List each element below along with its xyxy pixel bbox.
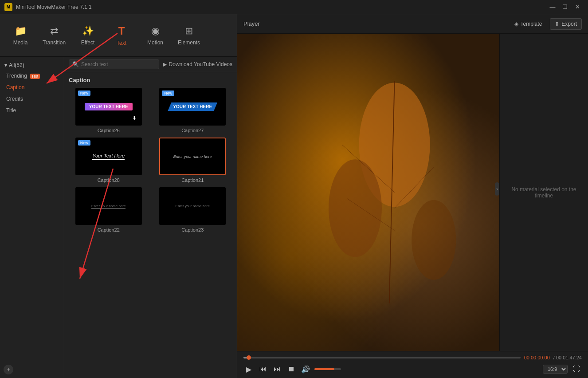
stop-button[interactable]: ⏹ [286,364,297,374]
volume-slider[interactable] [314,368,341,370]
caption-name-22: Caption22 [98,227,120,232]
toolbar-elements[interactable]: ⊞ Elements [173,18,205,53]
sidebar: ▾ All(52) Trending Hot Caption Credits T… [0,57,64,378]
export-button[interactable]: ⬆ Export [550,18,582,30]
caption-thumb-22[interactable]: Enter your name here [75,187,142,225]
close-button[interactable]: ✕ [571,1,584,13]
skip-back-button[interactable]: ⏮ [258,364,268,374]
caption-thumb-26[interactable]: New YOUR TEXT HERE ⬇ [75,88,142,126]
text-icon: T [118,25,125,37]
app-title: MiniTool MovieMaker Free 7.1.1 [16,4,546,10]
toolbar-effect[interactable]: ✨ Effect [72,18,104,53]
fullscreen-button[interactable]: ⛶ [571,364,582,374]
player-header: Player ◈ Template ⬆ Export [237,14,588,34]
time-total: / 00:01:47.24 [553,355,582,360]
caption-card-26[interactable]: New YOUR TEXT HERE ⬇ Caption26 [69,88,149,133]
minimize-button[interactable]: — [546,1,559,13]
media-icon: 📁 [15,25,27,37]
sidebar-credits-label: Credits [6,96,23,102]
caption-name-23: Caption23 [181,227,204,232]
caption-card-22[interactable]: Enter your name here Caption22 [69,187,149,232]
sidebar-item-trending[interactable]: Trending Hot [0,70,64,82]
panel-content: Caption New YOUR TEXT HERE ⬇ Caption26 [64,72,237,378]
new-badge-27: New [162,91,174,96]
app-icon: M [4,3,12,11]
elements-icon: ⊞ [185,25,193,37]
volume-fill [314,368,334,370]
new-badge-26: New [78,91,90,96]
main-layout: 📁 Media ⇄ Transition ✨ Effect T Text ◉ M… [0,14,588,378]
chevron-down-icon: ▾ [4,62,7,68]
progress-bar-container: 00:00:00.00 / 00:01:47.24 [243,355,582,360]
panel-toolbar: 🔍 ▶ Download YouTube Videos [64,57,237,72]
toolbar-media-label: Media [13,39,28,46]
panel-collapse-btn[interactable]: › [495,182,499,196]
svg-point-1 [329,159,382,257]
caption-name-28: Caption28 [98,177,120,183]
youtube-icon: ▶ [163,61,167,67]
caption-thumb-27[interactable]: New YOUR TEXT HERE [159,88,226,126]
toolbar-motion[interactable]: ◉ Motion [139,18,171,53]
toolbar-transition[interactable]: ⇄ Transition [38,18,70,53]
sidebar-item-title[interactable]: Title [0,105,64,116]
volume-button[interactable]: 🔊 [300,364,311,374]
toolbar-transition-label: Transition [43,39,66,46]
progress-bar[interactable] [243,357,521,358]
video-preview-svg [237,34,499,351]
left-panel: 📁 Media ⇄ Transition ✨ Effect T Text ◉ M… [0,14,237,378]
progress-dot [247,355,251,360]
sidebar-trending-label: Trending [6,73,27,79]
export-label: Export [561,21,577,27]
play-button[interactable]: ▶ [243,364,254,374]
time-current: 00:00:00.00 [524,355,550,360]
toolbar-elements-label: Elements [178,39,200,46]
cap23-text: Enter your name here [176,204,210,208]
caption-card-28[interactable]: New Your Text Here Caption28 [69,138,149,183]
effect-icon: ✨ [82,25,94,37]
caption-card-23[interactable]: Enter your name here Caption23 [153,187,233,232]
toolbar-text-label: Text [117,40,126,46]
sidebar-caption-label: Caption [6,84,24,91]
toolbar-motion-label: Motion [147,39,163,46]
sidebar-all-label: All(52) [9,62,24,68]
download-youtube-label: Download YouTube Videos [169,61,232,67]
cap22-text: Enter your name here [91,204,125,209]
download-icon-26[interactable]: ⬇ [129,113,139,123]
download-youtube-button[interactable]: ▶ Download YouTube Videos [163,61,232,67]
no-material-text: No material selected on the timeline [504,186,584,199]
toolbar-text[interactable]: T Text [106,18,137,53]
control-buttons: ▶ ⏮ ⏭ ⏹ 🔊 16:9 9:16 1:1 4:3 ⛶ [243,364,582,374]
search-icon: 🔍 [72,61,79,67]
player-controls: 00:00:00.00 / 00:01:47.24 ▶ ⏮ ⏭ ⏹ 🔊 16:9… [237,351,588,378]
search-box[interactable]: 🔍 [69,59,159,69]
caption-name-21: Caption21 [181,177,204,183]
sidebar-item-caption[interactable]: Caption [0,82,64,93]
sidebar-all-section[interactable]: ▾ All(52) [0,60,64,70]
toolbar-media[interactable]: 📁 Media [4,18,36,53]
caption-section-title: Caption [69,77,232,83]
video-area [237,34,499,351]
caption-name-27: Caption27 [181,128,204,133]
maximize-button[interactable]: ☐ [559,1,571,13]
right-panel: Player ◈ Template ⬆ Export [237,14,588,378]
titlebar: M MiniTool MovieMaker Free 7.1.1 — ☐ ✕ [0,0,588,14]
cap27-text: YOUR TEXT HERE [168,102,217,111]
skip-forward-button[interactable]: ⏭ [272,364,282,374]
template-icon: ◈ [514,21,518,27]
template-label: Template [521,21,542,27]
caption-card-27[interactable]: New YOUR TEXT HERE Caption27 [153,88,233,133]
sidebar-title-label: Title [6,107,16,114]
panel-main: 🔍 ▶ Download YouTube Videos Caption [64,57,237,378]
aspect-ratio-select[interactable]: 16:9 9:16 1:1 4:3 [543,365,568,374]
caption-card-21[interactable]: Enter your name here Caption21 [153,138,233,183]
cap28-text: Your Text Here [92,153,125,160]
search-input[interactable] [81,61,156,67]
motion-icon: ◉ [151,25,160,37]
template-button[interactable]: ◈ Template [511,19,546,29]
caption-thumb-28[interactable]: New Your Text Here [75,138,142,175]
caption-grid: New YOUR TEXT HERE ⬇ Caption26 New YOUR … [69,88,232,232]
caption-thumb-23[interactable]: Enter your name here [159,187,226,225]
sidebar-item-credits[interactable]: Credits [0,93,64,105]
caption-thumb-21[interactable]: Enter your name here [159,138,226,175]
hot-badge: Hot [30,74,40,79]
